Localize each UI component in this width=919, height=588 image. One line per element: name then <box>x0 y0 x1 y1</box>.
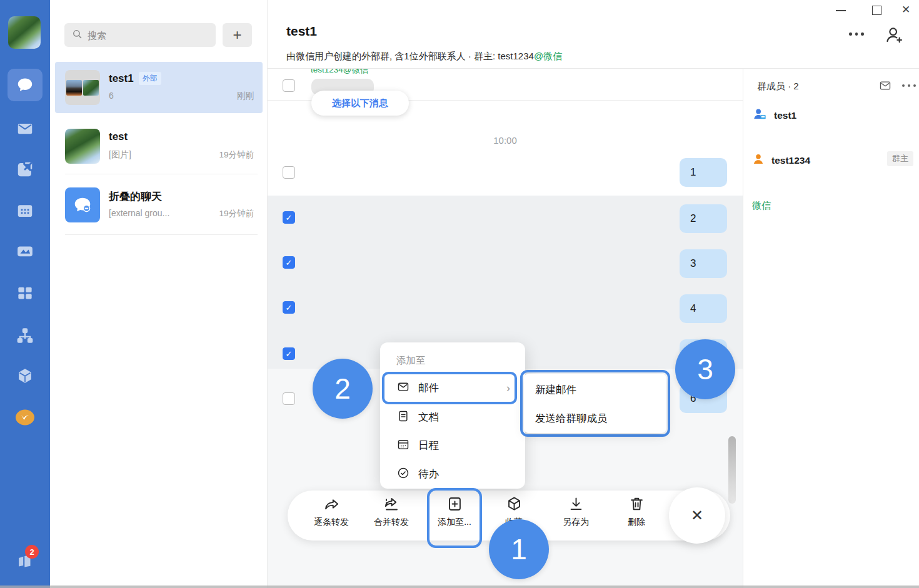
document-icon <box>397 410 409 425</box>
chat-name: test <box>109 131 128 143</box>
chat-preview: [图片] <box>109 149 131 161</box>
external-badge: 外部 <box>139 72 161 85</box>
window-close-button[interactable]: ✕ <box>901 2 910 17</box>
new-chat-button[interactable]: + <box>223 23 252 47</box>
delete-button[interactable]: 删除 <box>610 496 663 536</box>
sidebar-item-mail[interactable] <box>8 112 43 145</box>
add-to-context-menu: 添加至 邮件 › 文档 日程 待办 <box>380 342 525 489</box>
message-checkbox-0[interactable] <box>283 79 295 92</box>
search-input[interactable] <box>88 30 200 41</box>
submenu-item-send-to-group[interactable]: 发送给群聊成员 <box>524 406 666 431</box>
save-as-button[interactable]: 另存为 <box>550 496 602 536</box>
chat-time: 19分钟前 <box>219 208 254 219</box>
select-following-button[interactable]: 选择以下消息 <box>311 91 409 116</box>
menu-item-doc[interactable]: 文档 <box>380 403 525 432</box>
workbench-icon <box>16 284 34 302</box>
check-icon: ✓ <box>286 258 293 267</box>
sidebar-item-vip[interactable] <box>8 401 43 434</box>
check-icon: ✓ <box>286 303 293 312</box>
menu-item-todo[interactable]: 待办 <box>380 460 525 489</box>
user-avatar[interactable] <box>8 16 41 49</box>
merge-forward-button[interactable]: 合并转发 <box>365 496 418 536</box>
chat-item-folded-chats[interactable]: 折叠的聊天 [external grou... 19分钟前 <box>55 179 263 231</box>
window-bottom-edge <box>0 586 919 588</box>
chat-list-panel: + test1 外部 6 刚刚 test [图片] 19分钟前 折叠的聊天 [e… <box>50 0 268 588</box>
message-bubble-2[interactable]: 2 <box>680 204 727 233</box>
message-checkbox-3[interactable]: ✓ <box>283 256 295 269</box>
forward-icon <box>323 496 340 515</box>
member-wechat-user-icon <box>752 152 765 169</box>
submenu-item-new-mail[interactable]: 新建邮件 <box>524 377 666 402</box>
orgchart-icon <box>16 326 34 345</box>
schedule-icon <box>397 438 409 453</box>
group-avatar <box>65 70 100 105</box>
calendar-icon <box>16 201 34 220</box>
annotation-box-add-to <box>427 488 482 548</box>
close-icon: ✕ <box>691 507 703 524</box>
search-box[interactable] <box>64 23 216 47</box>
forward-one-by-one-button[interactable]: 逐条转发 <box>305 496 358 536</box>
member-pc-user-icon <box>752 107 767 124</box>
search-icon <box>72 29 83 42</box>
wechat-section-label: 微信 <box>752 200 771 212</box>
cube-icon <box>16 367 34 385</box>
sidebar-item-docs[interactable] <box>8 153 43 186</box>
orange-coin-icon <box>14 408 36 427</box>
window-minimize-button[interactable] <box>836 10 846 11</box>
message-bubble-3[interactable]: 3 <box>680 249 727 278</box>
wechat-suffix: @微信 <box>534 51 562 61</box>
plus-icon: + <box>233 26 241 44</box>
annotation-step-3: 3 <box>675 339 735 399</box>
merge-forward-icon <box>383 496 400 515</box>
doc-share-icon <box>16 160 34 179</box>
sidebar-item-calendar[interactable] <box>8 194 43 227</box>
window-maximize-button[interactable] <box>872 6 881 15</box>
menu-item-schedule[interactable]: 日程 <box>380 431 525 460</box>
message-checkbox-5[interactable]: ✓ <box>283 347 295 360</box>
message-checkbox-2[interactable]: ✓ <box>283 211 295 224</box>
chat-title: test1 <box>286 24 317 39</box>
divider <box>65 174 258 174</box>
save-as-icon <box>568 496 585 515</box>
divider <box>65 234 258 235</box>
notification-badge: 2 <box>25 545 39 559</box>
favorite-cube-icon <box>506 496 523 515</box>
chat-item-test[interactable]: test [图片] 19分钟前 <box>55 121 263 172</box>
sidebar-item-meeting[interactable] <box>8 235 43 267</box>
mail-icon <box>16 119 34 138</box>
avatar-tile-2 <box>83 80 99 96</box>
chat-name: test1 外部 <box>109 72 161 85</box>
message-bubble-4[interactable]: 4 <box>680 294 727 323</box>
mail-submenu: 新建邮件 发送给群聊成员 <box>524 374 666 433</box>
message-checkbox-6[interactable] <box>283 392 295 405</box>
app-sidebar: 2 <box>0 0 50 588</box>
sidebar-item-apps[interactable] <box>8 360 43 392</box>
group-mail-icon[interactable] <box>878 79 892 94</box>
message-checkbox-1[interactable] <box>283 166 295 179</box>
message-bubble-1[interactable]: 1 <box>680 158 727 187</box>
sidebar-item-orgchart[interactable] <box>8 319 43 352</box>
scrollbar-thumb[interactable] <box>728 436 736 504</box>
chat-preview: [external grou... <box>109 208 169 218</box>
timestamp: 10:00 <box>268 135 743 146</box>
member-row-test1[interactable]: test1 <box>752 107 796 124</box>
members-more-icon[interactable] <box>902 84 916 87</box>
more-options-icon[interactable] <box>849 32 864 36</box>
add-member-icon[interactable] <box>884 25 904 47</box>
annotation-step-2: 2 <box>313 359 373 419</box>
chat-avatar <box>65 129 100 164</box>
close-multiselect-button[interactable]: ✕ <box>669 487 725 544</box>
message-checkbox-4[interactable]: ✓ <box>283 301 295 314</box>
folded-chats-avatar <box>65 187 100 222</box>
members-panel-title: 群成员 · 2 <box>757 81 799 92</box>
member-row-test1234[interactable]: test1234 <box>752 152 810 169</box>
chat-subtitle: 由微信用户创建的外部群, 含1位外部联系人 · 群主: test1234@微信 <box>286 51 562 62</box>
chat-name: 折叠的聊天 <box>109 189 162 204</box>
sidebar-item-chats[interactable] <box>8 69 43 101</box>
annotation-box-mail <box>382 372 517 404</box>
chat-item-test1[interactable]: test1 外部 6 刚刚 <box>55 62 263 113</box>
avatar-tile-1 <box>66 80 82 96</box>
chat-preview: 6 <box>109 91 114 101</box>
check-icon: ✓ <box>286 349 293 359</box>
sidebar-item-workbench[interactable] <box>8 277 43 309</box>
